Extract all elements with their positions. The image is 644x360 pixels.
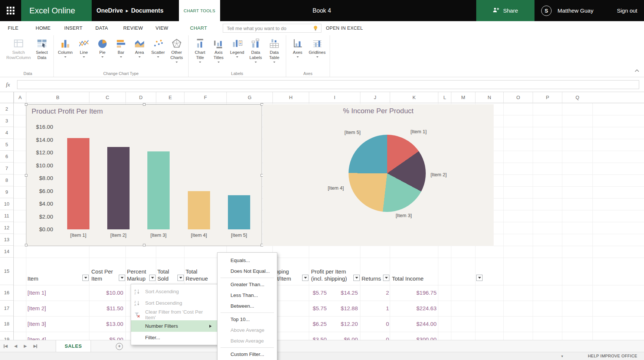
ribbon-button-chart-title[interactable]: Chart Title <box>191 36 209 65</box>
sign-out-link[interactable]: Sign out <box>617 0 637 21</box>
menubar-tab-file[interactable]: FILE <box>8 21 19 35</box>
app-logo[interactable]: Excel Online <box>21 0 92 21</box>
user-name[interactable]: Matthew Guay <box>558 0 594 21</box>
ribbon-button-scatter[interactable]: Scatter <box>149 36 167 60</box>
add-sheet-button[interactable]: + <box>116 343 123 350</box>
filter-dropdown-percent-markup[interactable] <box>149 275 156 281</box>
select-all-corner[interactable] <box>0 92 14 103</box>
last-sheet-button[interactable]: ▶ <box>33 340 37 352</box>
sheet-tab-sales[interactable]: SALES <box>56 340 91 352</box>
column-header-Q[interactable]: Q <box>562 92 592 103</box>
next-sheet-button[interactable]: ▶ <box>24 340 27 352</box>
row-header-11[interactable]: 11 <box>0 210 13 222</box>
skype-button[interactable]: S <box>538 0 555 21</box>
column-header-F[interactable]: F <box>184 92 226 103</box>
help-improve-office-link[interactable]: HELP IMPROVE OFFICE <box>588 352 637 360</box>
ribbon-button-data-table[interactable]: Data Table <box>265 36 284 65</box>
submenu-item-equals[interactable]: Equals... <box>218 255 277 266</box>
ribbon-button-pie[interactable]: Pie <box>93 36 112 60</box>
filter-dropdown-total-income[interactable] <box>476 275 483 281</box>
filter-dropdown-profit-per-item-incl-shipping[interactable] <box>353 275 360 281</box>
ribbon-button-bar[interactable]: Bar <box>112 36 130 60</box>
submenu-item-between[interactable]: Between... <box>218 301 277 311</box>
column-header-D[interactable]: D <box>125 92 156 103</box>
submenu-item-greater-than[interactable]: Greater Than... <box>218 279 277 290</box>
row-header-6[interactable]: 6 <box>0 151 13 163</box>
column-header-C[interactable]: C <box>89 92 125 103</box>
row-header-3[interactable]: 3 <box>0 115 13 127</box>
share-button[interactable]: Share <box>476 0 535 21</box>
pie-chart-object[interactable]: % Income Per Product [Item 1][Item 2][It… <box>263 104 494 246</box>
selection-handle[interactable] <box>143 244 146 246</box>
submenu-item-less-than[interactable]: Less Than... <box>218 290 277 301</box>
selection-handle[interactable] <box>25 103 27 106</box>
filter-dropdown-shipping-cost-item[interactable] <box>302 275 308 281</box>
row-header-2[interactable]: 2 <box>0 103 13 115</box>
menubar-tab-chart-active[interactable]: CHART <box>187 21 210 35</box>
row-header-14[interactable]: 14 <box>0 246 13 258</box>
filter-dropdown-total-sold[interactable] <box>177 275 184 281</box>
selection-handle[interactable] <box>25 244 27 246</box>
row-header-10[interactable]: 10 <box>0 198 13 210</box>
bar-chart-object[interactable]: Product Profit Per Item $16.00$14.00$12.… <box>26 104 262 246</box>
row-header-9[interactable]: 9 <box>0 186 13 198</box>
ribbon-button-select-data[interactable]: Select Data <box>33 36 51 62</box>
row-header-16[interactable]: 16 <box>0 285 13 301</box>
ribbon-button-other-charts[interactable]: Other Charts <box>167 36 186 65</box>
row-header-17[interactable]: 17 <box>0 301 13 316</box>
status-caret-icon[interactable]: ▾ <box>561 352 563 360</box>
row-header-15[interactable]: 15 <box>0 258 13 285</box>
row-header-5[interactable]: 5 <box>0 139 13 151</box>
column-header-K[interactable]: K <box>390 92 438 103</box>
filter-dropdown-item[interactable] <box>82 275 89 281</box>
collapse-ribbon-button[interactable] <box>634 67 640 74</box>
menubar-tab-insert[interactable]: INSERT <box>64 21 82 35</box>
document-title[interactable]: Book 4 <box>285 0 359 21</box>
submenu-item-does-not-equal[interactable]: Does Not Equal... <box>218 266 277 276</box>
ribbon-button-gridlines[interactable]: Gridlines <box>307 36 327 60</box>
ribbon-button-data-labels[interactable]: Data Labels <box>246 36 265 65</box>
menubar-tab-data[interactable]: DATA <box>95 21 108 35</box>
filter-dropdown-cost-per-item[interactable] <box>119 275 125 281</box>
menubar-tab-view[interactable]: VIEW <box>156 21 168 35</box>
selection-handle[interactable] <box>143 103 146 106</box>
breadcrumb-current[interactable]: Documents <box>131 7 163 14</box>
first-sheet-button[interactable]: ◀ <box>4 340 7 352</box>
tell-me-input[interactable] <box>223 25 313 32</box>
breadcrumb-parent[interactable]: OneDrive <box>97 7 123 14</box>
column-header-M[interactable]: M <box>451 92 475 103</box>
ribbon-button-line[interactable]: Line <box>75 36 93 60</box>
selection-handle[interactable] <box>25 174 27 177</box>
row-header-7[interactable]: 7 <box>0 163 13 174</box>
context-menu-item-number-filters[interactable]: Number Filters <box>131 320 218 332</box>
previous-sheet-button[interactable]: ◀ <box>14 340 17 352</box>
column-header-E[interactable]: E <box>156 92 184 103</box>
column-header-I[interactable]: I <box>309 92 360 103</box>
row-header-4[interactable]: 4 <box>0 127 13 139</box>
ribbon-button-axis-titles[interactable]: Axis Titles <box>209 36 228 65</box>
column-header-P[interactable]: P <box>533 92 562 103</box>
row-header-18[interactable]: 18 <box>0 316 13 332</box>
column-header-B[interactable]: B <box>26 92 89 103</box>
ribbon-button-legend[interactable]: Legend <box>228 36 246 60</box>
chart-tools-contextual-tab[interactable]: CHART TOOLS <box>179 0 220 21</box>
formula-input[interactable] <box>17 81 639 89</box>
column-header-G[interactable]: G <box>226 92 272 103</box>
column-header-L[interactable]: L <box>438 92 451 103</box>
filter-dropdown-returns[interactable] <box>383 275 389 281</box>
row-header-8[interactable]: 8 <box>0 174 13 186</box>
menubar-tab-home[interactable]: HOME <box>36 21 50 35</box>
column-header-A[interactable]: A <box>14 92 26 103</box>
context-menu-item-filter[interactable]: Filter... <box>131 332 218 343</box>
open-in-excel-button[interactable]: OPEN IN EXCEL <box>326 21 363 35</box>
submenu-item-top-10[interactable]: Top 10... <box>218 314 277 325</box>
menubar-tab-review[interactable]: REVIEW <box>123 21 143 35</box>
ribbon-button-area[interactable]: Area <box>130 36 149 60</box>
column-header-H[interactable]: H <box>272 92 309 103</box>
row-header-12[interactable]: 12 <box>0 222 13 234</box>
ribbon-button-axes[interactable]: Axes <box>288 36 307 60</box>
fx-icon[interactable]: fx <box>6 77 10 92</box>
ribbon-button-column[interactable]: Column <box>56 36 75 60</box>
column-header-N[interactable]: N <box>475 92 503 103</box>
column-header-O[interactable]: O <box>503 92 533 103</box>
